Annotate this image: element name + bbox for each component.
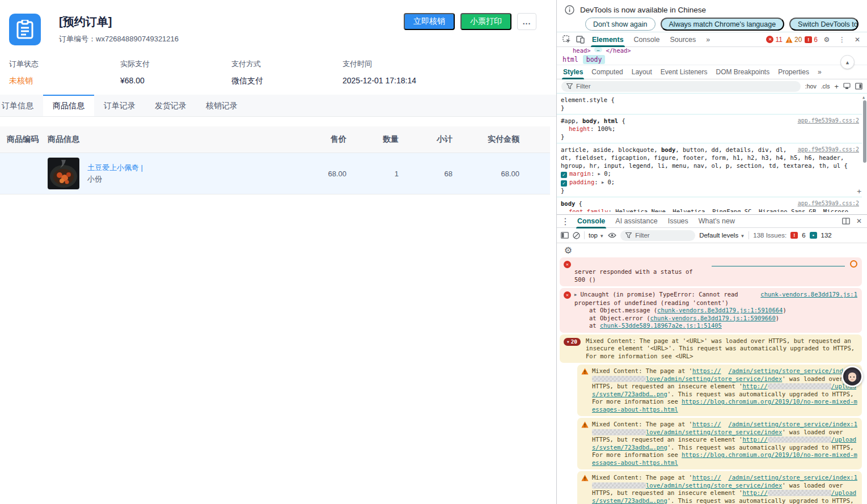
dom-ellipsis-button[interactable]: … — [594, 47, 603, 52]
property-checkbox[interactable]: ✓ — [561, 180, 567, 187]
style-rule-app-body-html[interactable]: app.f9e539a9.css:2 #app, body, html { he… — [557, 115, 867, 143]
close-devtools-icon[interactable]: ✕ — [851, 34, 864, 45]
class-toggle[interactable]: .cls — [821, 83, 830, 90]
console-sidebar-icon[interactable] — [561, 232, 569, 239]
kebab-menu-icon[interactable]: ⋮ — [836, 34, 848, 45]
styles-filter-row: Filter :hov .cls + — [557, 79, 867, 94]
stack-link[interactable]: chunk-vendors.8e3dd179.js:1:5910664 — [657, 307, 783, 314]
add-property-button[interactable]: + — [857, 188, 861, 196]
console-source-link[interactable]: chunk-vendors.8e3dd179.js:1 — [760, 291, 857, 299]
dont-show-again-button[interactable]: Don't show again — [585, 18, 655, 31]
console-drawer-tabs: ⋮ Console AI assistance Issues What's ne… — [557, 215, 867, 228]
console-error-typeerror[interactable]: ✕ chunk-vendors.8e3dd179.js:1 ▶ Uncaught… — [560, 288, 862, 333]
tab-event-listeners[interactable]: Event Listeners — [657, 65, 712, 79]
context-selector[interactable]: top ▼ — [589, 232, 604, 239]
close-drawer-icon[interactable]: ✕ — [853, 215, 865, 227]
ai-insight-icon[interactable] — [850, 260, 857, 268]
tab-elements[interactable]: Elements — [587, 32, 628, 47]
console-error-500[interactable]: ✕ server responded with a status of 500 … — [560, 257, 862, 286]
expand-triangle-icon[interactable]: ▶ — [598, 172, 600, 176]
issues-count-badge[interactable]: ! 6 — [805, 36, 818, 44]
switch-language-button[interactable]: Switch DevTools to Chi — [789, 18, 858, 31]
verify-button[interactable]: 立即核销 — [404, 13, 455, 30]
new-style-rule-button[interactable]: + — [834, 82, 839, 91]
console-filter-input[interactable]: Filter — [620, 230, 695, 241]
banner-text: DevTools is now available in Chinese — [580, 6, 706, 14]
tab-styles[interactable]: Styles — [559, 65, 587, 79]
hover-state-toggle[interactable]: :hov — [805, 83, 817, 90]
print-receipt-button[interactable]: 小票打印 — [460, 13, 511, 30]
style-rule-reset[interactable]: app.f9e539a9.css:2 article, aside, block… — [557, 143, 867, 197]
more-actions-button[interactable]: ... — [517, 13, 536, 30]
split-panel-icon[interactable] — [842, 218, 850, 225]
drawer-tab-console[interactable]: Console — [573, 214, 610, 228]
scrollbar-thumb[interactable] — [863, 100, 866, 163]
tab-computed[interactable]: Computed — [587, 65, 627, 79]
assistant-avatar[interactable] — [841, 366, 863, 387]
expand-triangle-icon[interactable]: ▶ — [602, 180, 604, 185]
console-warning-mixed-content[interactable]: /admin/setting/store_service/index:1 Mix… — [577, 471, 862, 504]
css-source-link[interactable]: app.f9e539a9.css:2 — [798, 146, 859, 154]
drawer-tab-issues[interactable]: Issues — [663, 214, 693, 228]
more-tabs-chevron[interactable]: » — [701, 32, 714, 47]
tab-verify-log[interactable]: 核销记录 — [196, 95, 247, 117]
css-property-margin[interactable]: ✓margin: ▶ 0; — [561, 170, 859, 178]
match-language-button[interactable]: Always match Chrome's language — [661, 18, 785, 31]
tab-dom-breakpoints[interactable]: DOM Breakpoints — [712, 65, 773, 79]
styles-scrollbar[interactable]: ▲ — [862, 94, 867, 214]
tab-order-info[interactable]: 订单信息 — [0, 95, 43, 117]
style-rule-element[interactable]: element.style { } — [557, 94, 867, 115]
warning-count-badge[interactable]: 20 — [785, 36, 802, 44]
dom-tree-sliver: head> … </head> — [557, 47, 867, 54]
truncated-link[interactable] — [712, 261, 845, 266]
error-count-badge[interactable]: ✕ 11 — [766, 36, 782, 44]
tab-sources[interactable]: Sources — [665, 32, 700, 47]
css-property-padding[interactable]: ✓padding: ▶ 0; — [561, 178, 859, 187]
stack-frame: at Object.message (chunk-vendors.8e3dd17… — [574, 307, 857, 315]
tab-order-log[interactable]: 订单记录 — [94, 95, 145, 117]
redacted-domain — [592, 429, 646, 435]
rendering-icon[interactable] — [843, 83, 851, 90]
breadcrumb-html[interactable]: html — [559, 55, 582, 64]
settings-gear-icon[interactable]: ⚙ — [821, 34, 833, 45]
console-source-link[interactable]: /admin/setting/store_service/index:1 — [728, 367, 857, 375]
group-expand-badge[interactable]: ▼ 20 — [564, 338, 581, 346]
styles-filter-input[interactable]: Filter — [561, 81, 801, 92]
drawer-kebab-icon[interactable]: ⋮ — [559, 215, 572, 227]
tab-product-info[interactable]: 商品信息 — [43, 95, 94, 117]
floating-inspect-button[interactable]: ▲ — [840, 55, 855, 69]
drawer-tab-ai-assistance[interactable]: AI assistance — [611, 214, 662, 228]
devtools-main-tabbar: Elements Console Sources » ✕ 11 20 ! 6 ⚙… — [557, 32, 867, 47]
computed-sidebar-icon[interactable] — [855, 83, 862, 90]
drawer-tab-whats-new[interactable]: What's new — [694, 214, 739, 228]
tab-layout[interactable]: Layout — [628, 65, 656, 79]
product-name-link[interactable]: 土豆爱上小佩奇 | — [87, 162, 143, 173]
console-source-link[interactable]: /admin/setting/store_service/index:1 — [728, 421, 857, 429]
expand-triangle-icon[interactable]: ▶ — [574, 293, 577, 297]
console-warning-mixed-content[interactable]: /admin/setting/store_service/index:1 Mix… — [577, 418, 862, 469]
issues-message-icon[interactable]: ▪ — [810, 232, 817, 239]
stack-link[interactable]: chunk-vendors.8e3dd179.js:1:5909660 — [650, 315, 775, 321]
eye-icon[interactable] — [608, 232, 616, 238]
stack-link[interactable]: chunk-53dde589.18967a2e.js:1:51405 — [600, 322, 722, 329]
device-toolbar-icon[interactable] — [574, 34, 586, 45]
clear-console-icon[interactable] — [573, 232, 580, 239]
css-source-link[interactable]: app.f9e539a9.css:2 — [798, 117, 859, 125]
css-source-link[interactable]: app.f9e539a9.css:2 — [798, 200, 859, 207]
tab-delivery-log[interactable]: 发货记录 — [145, 95, 196, 117]
log-level-selector[interactable]: Default levels ▼ — [699, 232, 745, 239]
issues-error-icon[interactable]: ! — [790, 232, 798, 239]
console-warning-group[interactable]: ▼ 20 Mixed Content: The page at '<URL>' … — [560, 334, 862, 363]
inspect-element-icon[interactable] — [560, 34, 573, 45]
breadcrumb-body[interactable]: body — [583, 55, 606, 64]
console-warning-mixed-content[interactable]: /admin/setting/store_service/index:1 Mix… — [577, 365, 862, 416]
redacted-domain — [592, 376, 646, 382]
css-property[interactable]: height: 100%; — [561, 125, 859, 133]
tab-console[interactable]: Console — [629, 32, 665, 47]
tab-properties[interactable]: Properties — [774, 65, 813, 79]
console-source-link[interactable]: /admin/setting/store_service/index:1 — [728, 474, 857, 482]
styles-more-chevron[interactable]: » — [814, 65, 826, 79]
console-settings-gear-icon[interactable]: ⚙ — [562, 244, 574, 256]
property-checkbox[interactable]: ✓ — [561, 172, 567, 178]
style-rule-body[interactable]: app.f9e539a9.css:2 body { font-family: H… — [557, 197, 867, 214]
